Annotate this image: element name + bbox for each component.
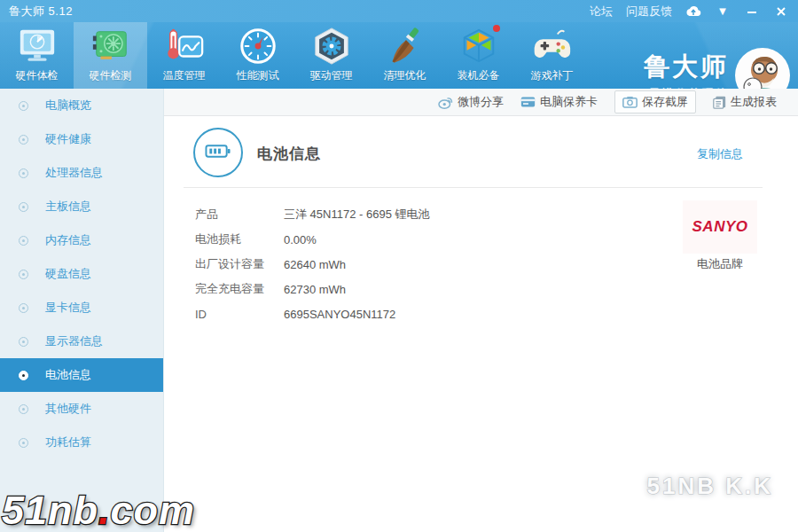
tab-cleanup[interactable]: 清理优化 [368,22,442,89]
watermark-text: 51nb [2,488,98,532]
row-label: 产品 [195,207,284,223]
sidebar-item-label: 内存信息 [45,232,91,248]
table-row-id: ID 6695SANYO45N1172 [195,301,430,326]
row-label: 完全充电容量 [195,281,284,297]
brand-name: 鲁大师 [644,50,729,85]
watermark-dot: . [98,488,111,532]
nav-tab-label: 硬件检测 [90,68,132,83]
sidebar-item-motherboard-info[interactable]: 主板信息 [0,190,163,223]
row-label: 电池损耗 [195,231,284,247]
table-row-product: 产品 三洋 45N1172 - 6695 锂电池 [195,202,430,227]
camera-icon [622,96,638,108]
sidebar-item-label: 硬盘信息 [45,266,91,282]
sidebar-item-gpu-info[interactable]: 显卡信息 [0,291,163,325]
radio-icon [19,101,28,111]
monitor-scan-icon [17,26,58,66]
tool-label: 微博分享 [458,94,504,110]
thermometer-chart-icon [164,26,205,66]
nav-tab-label: 性能测试 [237,68,279,83]
sidebar-item-battery-info[interactable]: 电池信息 [0,358,163,392]
title-bar: 鲁大师 5.12 论坛 问题反馈 ▼ [0,0,798,22]
tab-essential-software[interactable]: 装机必备 [442,22,515,89]
main-navigation: 硬件体检 硬件检测 温度管理 性能测试 驱动管理 [0,22,798,89]
feedback-link[interactable]: 问题反馈 [626,4,672,20]
save-screenshot-button[interactable]: 保存截屏 [614,90,696,113]
nav-tab-label: 清理优化 [384,68,426,83]
tab-benchmark[interactable]: 性能测试 [221,22,294,89]
tab-game-patch[interactable]: 游戏补丁 [515,22,589,89]
software-cube-icon [458,26,499,66]
action-toolbar: 微博分享 电脑保养卡 保存截屏 生成报表 [164,89,798,116]
sidebar: 电脑概览 硬件健康 处理器信息 主板信息 内存信息 硬盘信息 显卡信息 显示器信… [0,89,164,532]
sidebar-item-computer-overview[interactable]: 电脑概览 [0,89,163,122]
tab-driver-manage[interactable]: 驱动管理 [294,22,368,89]
report-icon [713,96,726,109]
weibo-share-button[interactable]: 微博分享 [438,94,504,110]
generate-report-button[interactable]: 生成报表 [713,94,777,110]
sidebar-item-label: 功耗估算 [45,434,91,450]
battery-brand-logo-box: SANYO [683,200,757,254]
sanyo-logo: SANYO [692,218,748,236]
sidebar-item-label: 处理器信息 [45,165,103,181]
care-card-icon [520,96,536,108]
tool-label: 保存截屏 [642,94,688,110]
nav-tab-label: 驱动管理 [310,68,353,83]
section-icon-circle [193,128,243,177]
radio-icon [19,236,28,246]
pc-care-card-button[interactable]: 电脑保养卡 [520,94,598,110]
battery-detail-table: 产品 三洋 45N1172 - 6695 锂电池 电池损耗 0.00% 出厂设计… [195,202,430,326]
nav-tab-strip: 硬件体检 硬件检测 温度管理 性能测试 驱动管理 [0,22,589,89]
sidebar-item-label: 硬件健康 [45,131,91,147]
copy-info-link[interactable]: 复制信息 [697,146,743,162]
sidebar-item-label: 电池信息 [45,367,91,383]
nav-tab-label: 温度管理 [163,68,206,83]
sidebar-item-display-info[interactable]: 显示器信息 [0,325,163,358]
radio-icon [19,135,28,145]
sidebar-item-label: 其他硬件 [45,401,91,417]
row-value: 6695SANYO45N1172 [284,308,395,321]
section-divider [184,187,763,188]
window-title: 鲁大师 5.12 [9,4,73,20]
nav-tab-label: 游戏补丁 [531,68,574,83]
row-value: 三洋 45N1172 - 6695 锂电池 [284,207,430,223]
sidebar-item-label: 显示器信息 [45,333,103,349]
row-value: 62730 mWh [284,283,346,296]
radio-icon [19,270,28,279]
watermark-51nb-kk: 51NB K.K [647,473,773,500]
close-icon[interactable] [773,4,789,19]
tab-hardware-detect[interactable]: 硬件检测 [74,22,147,89]
nav-tab-label: 装机必备 [458,68,500,83]
row-value: 62640 mWh [284,258,346,271]
sidebar-item-power-estimate[interactable]: 功耗估算 [0,426,163,459]
watermark-51nb: 51nb.com [2,488,195,532]
titlebar-controls: 论坛 问题反馈 ▼ [590,0,789,22]
radio-icon [19,371,28,380]
sidebar-item-other-hardware[interactable]: 其他硬件 [0,392,163,426]
section-title: 电池信息 [257,144,321,164]
sidebar-item-memory-info[interactable]: 内存信息 [0,223,163,257]
forum-link[interactable]: 论坛 [590,4,613,20]
cloud-upload-icon[interactable] [685,4,701,19]
minimize-icon[interactable] [744,4,760,19]
radio-icon [19,168,28,178]
radio-icon [19,202,28,212]
weibo-icon [438,96,453,109]
sidebar-item-label: 显卡信息 [45,300,91,316]
dropdown-arrow-icon[interactable]: ▼ [715,4,731,19]
sidebar-item-label: 电脑概览 [45,98,91,113]
tool-label: 电脑保养卡 [540,94,598,110]
sidebar-item-label: 主板信息 [45,199,91,215]
sidebar-item-processor-info[interactable]: 处理器信息 [0,156,163,190]
table-row-design-capacity: 出厂设计容量 62640 mWh [195,252,430,277]
table-row-wear-level: 电池损耗 0.00% [195,227,430,252]
radio-icon [19,404,28,414]
row-label: ID [195,308,284,321]
row-value: 0.00% [284,233,317,246]
gpu-card-icon [90,26,131,66]
sidebar-item-hardware-health[interactable]: 硬件健康 [0,122,163,156]
tab-temperature[interactable]: 温度管理 [147,22,221,89]
radio-icon [19,438,28,448]
tab-hardware-checkup[interactable]: 硬件体检 [0,22,74,89]
sidebar-item-disk-info[interactable]: 硬盘信息 [0,257,163,291]
master-lu-window: { "titlebar": { "title": "鲁大师 5.12", "li… [0,0,798,532]
